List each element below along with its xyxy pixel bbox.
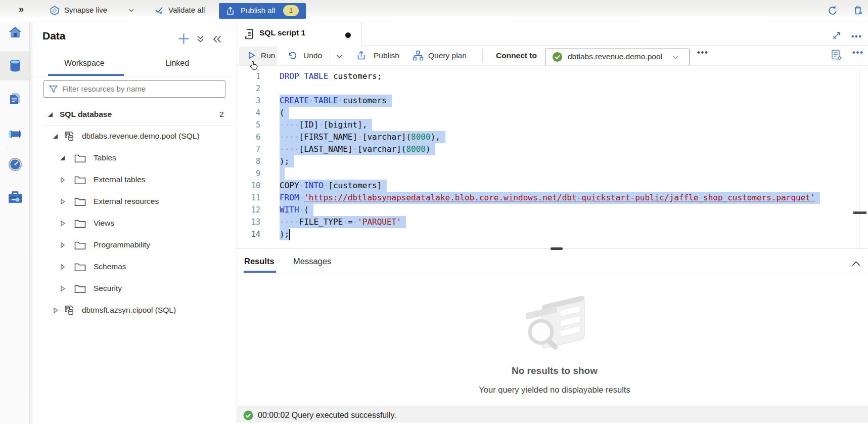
pool-dropdown[interactable]: dbtlabs.revenue.demo.pool bbox=[545, 49, 690, 65]
synapse-live-selector[interactable]: Synapse live bbox=[49, 4, 140, 18]
tab-workspace-underline bbox=[48, 74, 124, 76]
validate-all-button[interactable]: Validate all bbox=[154, 4, 215, 18]
caret-collapsed-icon[interactable] bbox=[59, 220, 66, 227]
panel-tabs-divider bbox=[29, 76, 237, 76]
caret-collapsed-icon[interactable] bbox=[59, 285, 66, 292]
data-panel-title: Data bbox=[42, 30, 66, 42]
sidebar-item-integrate[interactable] bbox=[7, 126, 23, 142]
overview-ruler-line bbox=[859, 66, 860, 248]
line-number: 6 bbox=[235, 131, 260, 143]
code-text: ····[FIRST_NAME]·[varchar](8000), bbox=[280, 131, 440, 143]
caret-expanded-icon[interactable] bbox=[52, 133, 59, 140]
filter-placeholder: Filter resources by name bbox=[62, 84, 146, 93]
undo-button[interactable]: Undo bbox=[287, 47, 327, 65]
editor-expand-icon[interactable] bbox=[832, 30, 842, 40]
line-number: 5 bbox=[235, 119, 260, 131]
pool-dropdown-chevron-icon bbox=[672, 54, 679, 61]
publish-all-label: Publish all bbox=[241, 6, 275, 15]
caret-collapsed-icon[interactable] bbox=[59, 264, 66, 270]
synapse-app: » Synapse live Validate all Publish all … bbox=[0, 0, 868, 424]
line-number: 7 bbox=[235, 143, 260, 155]
toolbar-more-icon[interactable]: ••• bbox=[697, 48, 709, 57]
tree-item-label: dbtmsft.azsyn.cipool (SQL) bbox=[82, 301, 176, 319]
no-results-title: No results to show bbox=[479, 365, 630, 376]
publish-button[interactable]: Publish bbox=[356, 47, 402, 65]
no-results-subtitle: Your query yielded no displayable result… bbox=[479, 385, 630, 395]
folder-icon bbox=[74, 284, 86, 293]
code-text: DROP TABLE customers; bbox=[280, 70, 382, 82]
sidebar-item-develop[interactable] bbox=[8, 92, 22, 106]
script-properties-icon[interactable] bbox=[831, 49, 843, 61]
code-text: FROM·'https://dbtlabsynapsedatalake.blob… bbox=[280, 192, 815, 204]
publish-icon bbox=[356, 50, 367, 61]
tree-item-label: Programmability bbox=[94, 236, 150, 254]
rail-divider bbox=[6, 149, 23, 149]
tab-results[interactable]: Results bbox=[244, 257, 275, 266]
tree-item-views[interactable]: Views bbox=[29, 214, 237, 232]
sql-script-tab-title: SQL script 1 bbox=[259, 28, 305, 37]
refresh-icon[interactable] bbox=[827, 5, 838, 16]
pool-dropdown-value: dbtlabs.revenue.demo.pool bbox=[568, 52, 662, 61]
tree-item-dbtmsft-azsyn-cipool-sql-[interactable]: dbtmsft.azsyn.cipool (SQL) bbox=[29, 301, 237, 319]
tree-item-security[interactable]: Security bbox=[29, 279, 237, 298]
tree-item-sql-database[interactable]: SQL database2 bbox=[29, 105, 237, 123]
tree-item-schemas[interactable]: Schemas bbox=[29, 258, 237, 276]
sidebar-item-home[interactable] bbox=[8, 25, 22, 39]
tree-item-label: dbtlabs.revenue.demo.pool (SQL) bbox=[82, 127, 200, 145]
line-number: 10 bbox=[235, 180, 260, 192]
tree-item-label: Schemas bbox=[94, 258, 126, 276]
results-tabs-divider bbox=[237, 275, 868, 275]
code-text: ····[LAST_NAME]·[varchar](8000) bbox=[280, 143, 431, 155]
tree-item-external-resources[interactable]: External resources bbox=[29, 192, 237, 210]
caret-expanded-icon[interactable] bbox=[59, 155, 66, 161]
code-text: ); bbox=[280, 155, 289, 167]
tab-row-more-icon[interactable]: ••• bbox=[851, 32, 862, 40]
undo-icon bbox=[287, 51, 297, 61]
caret-expanded-icon[interactable] bbox=[47, 111, 54, 118]
left-nav-rail bbox=[0, 22, 30, 424]
folder-icon bbox=[74, 219, 86, 228]
tab-messages[interactable]: Messages bbox=[293, 257, 331, 266]
caret-collapsed-icon[interactable] bbox=[59, 198, 66, 205]
sidebar-item-monitor[interactable] bbox=[8, 157, 23, 172]
tree-item-external-tables[interactable]: External tables bbox=[29, 171, 237, 189]
collapse-panel-icon[interactable] bbox=[212, 34, 222, 44]
collapse-all-icon[interactable] bbox=[196, 34, 205, 44]
sidebar-item-data[interactable] bbox=[8, 59, 22, 73]
editor-more-icon[interactable]: ••• bbox=[852, 48, 864, 57]
caret-collapsed-icon[interactable] bbox=[52, 307, 59, 314]
toolbar-divider bbox=[237, 65, 868, 66]
pool-status-icon bbox=[552, 52, 563, 62]
line-number: 3 bbox=[235, 95, 260, 107]
sidebar-item-manage[interactable] bbox=[8, 190, 23, 205]
line-number: 1 bbox=[235, 70, 260, 82]
results-sash-handle[interactable] bbox=[551, 247, 563, 250]
discard-trash-icon[interactable] bbox=[853, 5, 864, 16]
sql-script-icon bbox=[244, 28, 255, 39]
query-plan-label: Query plan bbox=[428, 51, 467, 60]
query-plan-button[interactable]: Query plan bbox=[413, 47, 473, 65]
cursor-hand bbox=[250, 61, 258, 70]
tree-item-dbtlabs-revenue-demo-pool-sql-[interactable]: dbtlabs.revenue.demo.pool (SQL) bbox=[29, 127, 237, 145]
publish-all-button[interactable]: Publish all 1 bbox=[219, 3, 306, 19]
folder-icon bbox=[74, 240, 86, 250]
run-options-chevron-icon[interactable] bbox=[335, 52, 344, 61]
results-collapse-icon[interactable] bbox=[850, 258, 862, 270]
sql-script-tab[interactable]: SQL script 1 bbox=[237, 22, 362, 45]
caret-collapsed-icon[interactable] bbox=[59, 177, 66, 183]
tree-item-label: Security bbox=[94, 279, 122, 298]
caret-collapsed-icon[interactable] bbox=[59, 242, 66, 248]
code-text: WITH·( bbox=[280, 204, 309, 216]
code-text: ····FILE_TYPE·=·'PARQUET' bbox=[280, 216, 401, 228]
tree-item-programmability[interactable]: Programmability bbox=[29, 236, 237, 254]
selection-highlight bbox=[280, 167, 285, 180]
query-plan-icon bbox=[413, 50, 424, 61]
status-success-icon bbox=[243, 410, 253, 420]
tab-workspace[interactable]: Workspace bbox=[64, 59, 105, 68]
add-resource-icon[interactable] bbox=[178, 33, 190, 45]
tab-linked[interactable]: Linked bbox=[165, 59, 189, 68]
sidebar-expand-icon[interactable]: » bbox=[19, 4, 24, 15]
tree-item-tables[interactable]: Tables bbox=[29, 149, 237, 167]
tree-item-label: External resources bbox=[94, 192, 159, 210]
filter-input[interactable]: Filter resources by name bbox=[43, 80, 225, 98]
